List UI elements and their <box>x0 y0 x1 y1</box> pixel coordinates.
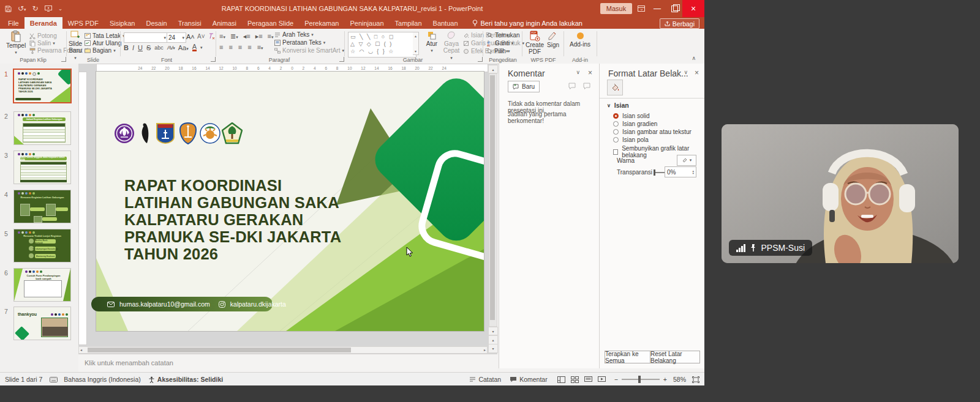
font-dialog-launcher[interactable] <box>211 57 216 62</box>
radio-picture-fill[interactable]: Isian gambar atau tekstur <box>613 128 692 135</box>
vertical-ruler[interactable] <box>78 72 87 345</box>
language-indicator[interactable]: Bahasa Inggris (Indonesia) <box>64 376 141 383</box>
increase-indent-icon[interactable]: ▸≡ <box>255 32 263 40</box>
align-right-icon[interactable]: ≡ <box>238 43 242 51</box>
zoom-in-icon[interactable]: + <box>663 376 667 383</box>
section-button[interactable]: Bagian▾ <box>85 47 116 54</box>
slide-canvas[interactable]: RAPAT KOORDINASI LATIHAN GABUNGAN SAKA K… <box>96 72 484 331</box>
fill-section-header[interactable]: ∨Isian <box>607 102 629 109</box>
scroll-right-icon[interactable]: ▸ <box>484 348 486 352</box>
slide-5-thumbnail[interactable]: Rencana Tindak Lanjut Kegiatan Analisa B… <box>13 229 71 262</box>
new-comment-button[interactable]: Baru <box>508 81 540 92</box>
paragraph-dialog-launcher[interactable] <box>339 57 344 62</box>
cut-button[interactable]: Potong <box>29 32 57 39</box>
notes-toggle[interactable]: Catatan <box>469 376 501 383</box>
comments-toggle[interactable]: Komentar <box>510 376 548 383</box>
shapes-gallery-scroll[interactable]: ▴▾ <box>413 32 419 55</box>
minimize-button[interactable]: — <box>649 0 665 17</box>
bullets-icon[interactable]: ≡▾ <box>219 32 225 40</box>
tab-tampilan[interactable]: Tampilan <box>390 17 428 29</box>
clipboard-dialog-launcher[interactable] <box>61 57 66 62</box>
color-dropdown[interactable]: ▾ <box>677 155 696 166</box>
tab-animasi[interactable]: Animasi <box>207 17 242 29</box>
restore-button[interactable] <box>666 0 682 17</box>
comments-panel-chevron-icon[interactable]: ∨ <box>576 69 580 75</box>
scroll-up-button[interactable]: ▴ <box>488 65 498 73</box>
create-pdf-button[interactable]: PDF CreatePDF <box>526 31 544 55</box>
tell-me-box[interactable]: Beri tahu yang ingin Anda lakukan <box>464 17 582 29</box>
format-panel-close-icon[interactable]: × <box>695 69 699 77</box>
customize-qat-icon[interactable]: ⌄ <box>58 6 63 12</box>
slide-6-thumbnail[interactable]: Contoh Form Pendampingan bank sampah <box>13 268 71 302</box>
slide-4-thumbnail[interactable]: Rencana Kegiatan Latihan Gabungan <box>13 190 71 223</box>
shapes-gallery[interactable]: ▭ ╲ ╲ □ ○ ◻ △ ▽ ◇ ☐ ( ) ☆ ◠ ◡ { } ☆ <box>348 32 417 58</box>
previous-comment-icon[interactable] <box>568 83 576 89</box>
webcam-video-tile[interactable]: PPSM-Susi <box>722 124 959 263</box>
share-button[interactable]: Berbagi <box>660 18 699 29</box>
slide-7-thumbnail[interactable]: thankyou <box>13 307 71 340</box>
bold-icon[interactable]: B <box>124 44 129 51</box>
change-case-icon[interactable]: Aa▾ <box>178 44 189 51</box>
slide-sorter-view-icon[interactable] <box>571 376 579 383</box>
font-size-combo[interactable]: 24▾ <box>167 32 186 43</box>
paste-button[interactable]: Tempel▾ <box>5 31 27 56</box>
underline-icon[interactable]: U <box>138 44 143 51</box>
sign-pdf-button[interactable]: Sign <box>545 31 561 48</box>
shrink-font-icon[interactable]: A˅ <box>197 33 205 40</box>
reading-view-icon[interactable] <box>584 376 592 383</box>
font-color-icon[interactable]: A <box>192 43 197 51</box>
contact-bar[interactable]: humas.kalpataru10@gmail.com kalpataru.dk… <box>91 297 273 311</box>
tab-wps-pdf[interactable]: WPS PDF <box>62 17 104 29</box>
align-text-button[interactable]: Perataan Teks▾ <box>274 39 325 46</box>
save-icon[interactable] <box>5 6 12 12</box>
slide-counter[interactable]: Slide 1 dari 7 <box>5 376 42 383</box>
tab-peninjauan[interactable]: Peninjauan <box>344 17 389 29</box>
next-slide-button[interactable]: ▾ <box>488 344 498 353</box>
collapse-ribbon-icon[interactable]: ∧ <box>692 55 696 61</box>
sign-in-button[interactable]: Masuk <box>600 3 632 14</box>
keyboard-icon[interactable] <box>50 377 58 382</box>
zoom-slider[interactable] <box>622 379 660 380</box>
tab-beranda[interactable]: Beranda <box>24 17 62 29</box>
normal-view-icon[interactable] <box>557 376 565 383</box>
undo-icon[interactable]: ↺▾ <box>18 4 26 13</box>
next-comment-icon[interactable] <box>583 83 591 89</box>
align-center-icon[interactable]: ≡ <box>228 43 232 51</box>
zoom-out-icon[interactable]: − <box>614 376 618 383</box>
zoom-level[interactable]: 58% <box>673 376 686 383</box>
copy-button[interactable]: Salin▾ <box>29 40 55 47</box>
radio-pattern-fill[interactable]: Isian pola <box>613 136 649 143</box>
italic-icon[interactable]: I <box>132 44 134 51</box>
transparency-slider[interactable] <box>654 172 665 173</box>
comments-panel-close-icon[interactable]: × <box>588 69 592 77</box>
columns-icon[interactable]: ≡▾ <box>257 43 263 51</box>
ribbon-display-options-icon[interactable] <box>635 0 648 17</box>
fit-to-window-icon[interactable] <box>692 376 699 383</box>
tab-bantuan[interactable]: Bantuan <box>428 17 464 29</box>
tab-transisi[interactable]: Transisi <box>173 17 207 29</box>
format-panel-chevron-icon[interactable]: ∨ <box>684 69 688 75</box>
transparency-spinner[interactable]: 0% ▴▾ <box>665 166 696 177</box>
scroll-down-button[interactable]: ▾ <box>488 327 498 335</box>
slide-title[interactable]: RAPAT KOORDINASI LATIHAN GABUNGAN SAKA K… <box>124 177 394 262</box>
tab-perekaman[interactable]: Perekaman <box>299 17 344 29</box>
justify-icon[interactable]: ≡ <box>247 43 251 51</box>
notes-pane[interactable]: Klik untuk menambah catatan <box>78 354 497 373</box>
previous-slide-button[interactable]: ▴ <box>488 335 498 344</box>
layout-button[interactable]: Tata Letak▾ <box>85 32 125 39</box>
close-button[interactable]: × <box>682 0 704 17</box>
arrange-button[interactable]: Atur▾ <box>423 31 441 54</box>
slide-3-thumbnail[interactable]: Data Potensi anggota Saka Kalpataru tahu… <box>13 151 71 184</box>
decrease-indent-icon[interactable]: ◂≡ <box>243 32 251 40</box>
clear-formatting-icon[interactable] <box>208 33 215 40</box>
slide-1-thumbnail[interactable]: RAPAT KOORDINASILATIHAN GABUNGAN SAKAKAL… <box>13 69 72 103</box>
numbering-icon[interactable]: ≣▾ <box>230 32 238 40</box>
radio-solid-fill[interactable]: Isian solid <box>613 113 649 119</box>
line-spacing-icon[interactable]: ≡▾ <box>268 32 274 40</box>
tab-desain[interactable]: Desain <box>140 17 172 29</box>
convert-smartart-button[interactable]: Konversi ke SmartArt▾ <box>274 47 344 54</box>
align-left-icon[interactable]: ≡ <box>219 43 223 51</box>
tab-sisipkan[interactable]: Sisipkan <box>104 17 141 29</box>
replace-button[interactable]: abacGanti▾ <box>487 40 513 47</box>
font-name-combo[interactable]: ▾ <box>124 32 168 43</box>
